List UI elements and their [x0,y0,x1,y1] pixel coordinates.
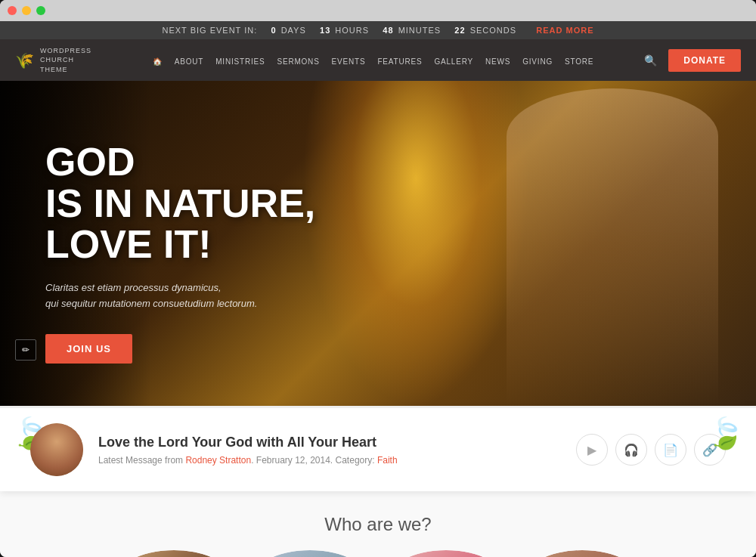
countdown-seconds-label: Seconds [470,26,516,35]
countdown-seconds-num: 22 [454,26,465,35]
navbar: 🌾 WordPress Church Theme 🏠 About Min [0,39,756,81]
nav-item-sermons[interactable]: Sermons [271,54,324,67]
message-meta: Latest Message from Rodney Stratton. Feb… [98,455,561,466]
events-link[interactable]: Events [327,51,371,72]
countdown-days-num: 0 [271,26,276,35]
store-link[interactable]: Store [559,51,599,72]
who-grid [30,550,726,557]
countdown-bar: Next Big Event In: 0 Days 13 Hours 48 Mi… [0,21,756,39]
countdown-hours-num: 13 [320,26,330,35]
nav-item-gallery[interactable]: Gallery [429,54,479,67]
countdown-read-more[interactable]: Read More [536,26,593,35]
home-link[interactable]: 🏠 [147,51,168,72]
about-link[interactable]: About [169,51,209,72]
who-item-1 [113,550,234,557]
message-avatar [30,423,83,476]
message-info: Love the Lord Your God with All Your Hea… [98,435,561,466]
message-strip: 🍃 🍃 Love the Lord Your God with All Your… [0,406,756,491]
who-item-4-image [522,550,643,557]
who-item-3-image [386,550,507,557]
home-icon: 🏠 [153,57,163,66]
features-link[interactable]: Features [372,51,427,72]
logo-icon: 🌾 [15,51,34,70]
countdown-label: Next Big Event In: [162,26,257,35]
close-button[interactable] [8,6,17,15]
nav-item-ministries[interactable]: Ministries [210,54,270,67]
nav-links: 🏠 About Ministries Sermons Events Featur… [106,54,640,67]
logo-text: WordPress Church Theme [40,46,91,75]
message-category[interactable]: Faith [377,455,398,466]
who-item-2 [249,550,370,557]
nav-item-store[interactable]: Store [559,54,599,67]
search-icon: 🔍 [644,54,657,67]
nav-item-features[interactable]: Features [372,54,427,67]
countdown-hours-label: Hours [335,26,369,35]
titlebar [0,0,756,21]
minimize-button[interactable] [22,6,31,15]
giving-link[interactable]: Giving [517,51,558,72]
logo: 🌾 WordPress Church Theme [15,46,106,75]
maximize-button[interactable] [36,6,45,15]
hero-title: GOD IS IN NATURE, LOVE IT! [45,141,315,265]
who-item-1-image [113,550,234,557]
search-button[interactable]: 🔍 [640,51,661,70]
nav-item-events[interactable]: Events [327,54,371,67]
hero-subtitle: Claritas est etiam processus dynamicus,q… [45,280,315,312]
nav-right: 🔍 Donate [640,49,741,72]
ministries-link[interactable]: Ministries [210,51,270,72]
nav-item-news[interactable]: News [480,54,516,67]
hero-person-figure [507,88,718,406]
nav-item-giving[interactable]: Giving [517,54,558,67]
edit-icon: ✏ [22,345,29,355]
edit-button[interactable]: ✏ [15,339,36,361]
hero-light-effect [302,81,529,406]
who-section: Who are we? [0,491,756,557]
who-item-4 [522,550,643,557]
browser-content: Next Big Event In: 0 Days 13 Hours 48 Mi… [0,21,756,557]
news-link[interactable]: News [480,51,516,72]
leaf-right-decoration: 🍃 [707,416,745,451]
hero-section: GOD IS IN NATURE, LOVE IT! Claritas est … [0,81,756,406]
document-button[interactable]: 📄 [655,434,686,466]
play-icon: ▶ [587,443,596,457]
headphones-icon: 🎧 [624,443,639,457]
message-action-icons: ▶ 🎧 📄 🔗 [576,434,726,466]
document-icon: 📄 [663,443,678,457]
countdown-minutes-label: Minutes [398,26,442,35]
play-button[interactable]: ▶ [576,434,608,466]
countdown-minutes-num: 48 [383,26,393,35]
avatar-image [30,423,83,476]
donate-button[interactable]: Donate [668,49,741,72]
browser-window: Next Big Event In: 0 Days 13 Hours 48 Mi… [0,0,756,557]
gallery-link[interactable]: Gallery [429,51,479,72]
countdown-days-label: Days [281,26,306,35]
who-item-3 [386,550,507,557]
who-section-title: Who are we? [30,514,726,535]
join-button[interactable]: Join us [45,334,132,364]
sermons-link[interactable]: Sermons [271,51,324,72]
headphones-button[interactable]: 🎧 [615,434,647,466]
message-author[interactable]: Rodney Stratton [185,455,251,466]
nav-item-about[interactable]: About [169,54,209,67]
who-item-2-image [249,550,370,557]
nav-home[interactable]: 🏠 [147,54,168,67]
hero-content: GOD IS IN NATURE, LOVE IT! Claritas est … [45,141,315,364]
message-title: Love the Lord Your God with All Your Hea… [98,435,561,450]
